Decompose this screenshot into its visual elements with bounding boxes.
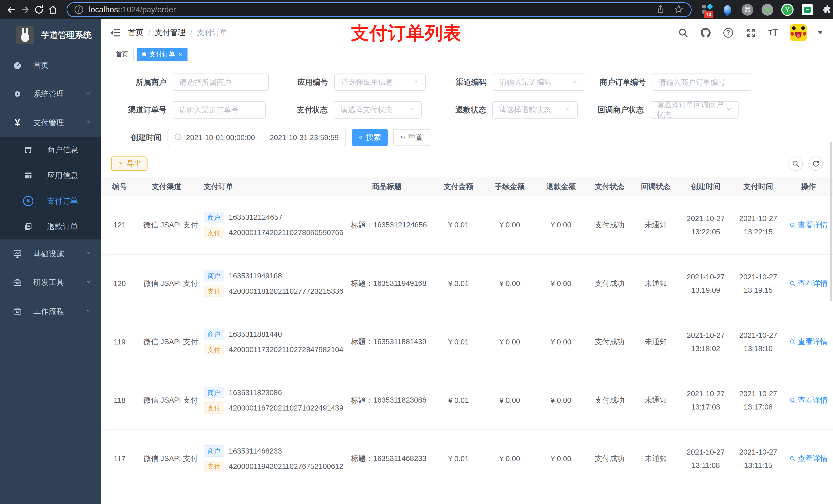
refund-status-label: 退款状态 (449, 105, 492, 115)
user-avatar[interactable] (790, 24, 807, 41)
fee-amount: ¥ 0.00 (484, 254, 536, 313)
back-icon[interactable] (6, 4, 16, 16)
pay-status: 支付成功 (587, 254, 633, 313)
reload-icon[interactable] (34, 4, 44, 16)
avatar-caret-icon[interactable] (818, 31, 823, 34)
pay-tag: 支付 (204, 402, 224, 414)
channel-code-select[interactable]: 请输入渠道编码 (493, 73, 585, 91)
font-size-icon[interactable]: TT (767, 27, 779, 39)
notify-status-select[interactable]: 请选择订单回调商户状态 (650, 101, 739, 119)
extension-devtools-icon[interactable]: 10 (701, 4, 714, 16)
merchant-order-no: 1635311823086 (229, 388, 282, 397)
extensions-puzzle-icon[interactable] (821, 4, 833, 16)
tab-home[interactable]: 首页 (110, 48, 134, 61)
view-detail-link[interactable]: 查看详情 (789, 279, 828, 289)
extension-badge: 10 (704, 11, 713, 18)
bookmark-star-icon[interactable] (674, 4, 684, 15)
home-icon[interactable] (48, 4, 58, 16)
toggle-search-button[interactable] (788, 157, 803, 171)
fee-amount: ¥ 0.00 (484, 371, 536, 430)
pay-status: 支付成功 (587, 430, 633, 488)
goods-title: 标题：1635312124656 (341, 196, 433, 254)
goods-title: 标题：1635311881439 (341, 313, 433, 371)
fee-amount: ¥ 0.00 (484, 313, 536, 371)
notify-status: 未通知 (633, 196, 679, 254)
merchant-input[interactable] (173, 73, 269, 91)
sidebar-item-system[interactable]: 系统管理 (0, 80, 101, 108)
orders-table: 编号 支付渠道 支付订单 商品标题 支付金额 手续金额 退款金额 支付状态 回调… (101, 177, 833, 504)
goods-title: 标题：1635311823086 (341, 371, 433, 430)
merchant-label: 所属商户 (129, 77, 173, 88)
pay-amount: ¥ 0.01 (433, 313, 484, 371)
chevron-down-icon (85, 90, 92, 98)
extension-balloon-icon[interactable] (721, 4, 734, 16)
sidebar-item-refund-order[interactable]: 退款订单 (0, 214, 101, 239)
pay-status-label: 支付状态 (290, 105, 334, 115)
app-logo (16, 26, 34, 44)
view-detail-link[interactable]: 查看详情 (789, 454, 828, 464)
notify-status: 未通知 (633, 254, 679, 313)
breadcrumb-home[interactable]: 首页 (128, 27, 143, 38)
channel-order-no-input[interactable] (173, 101, 266, 119)
store-icon (23, 145, 34, 154)
channel-order-no-label: 渠道订单号 (117, 105, 173, 115)
pay-tag: 支付 (204, 461, 224, 472)
sidebar-item-app-info[interactable]: 应用信息 (0, 163, 101, 188)
notify-status: 未通知 (633, 371, 679, 430)
app-logo-row[interactable]: 芋道管理系统 (0, 19, 101, 51)
merchant-order-no-input[interactable] (652, 73, 751, 91)
site-info-icon[interactable]: i (74, 5, 83, 14)
scrollbar-thumb[interactable] (830, 142, 832, 301)
extension-chat-icon[interactable] (801, 4, 813, 16)
help-icon[interactable]: ? (722, 27, 734, 39)
date-start: 2021-10-01 00:00:00 (186, 134, 255, 142)
chevron-down-icon (564, 106, 571, 114)
pay-status: 支付成功 (587, 371, 633, 430)
channel-pay-no: 4200001174202110278060590766 (229, 229, 343, 237)
yen-circle-icon: ¥ (23, 196, 34, 206)
refund-status-select[interactable]: 请选择退款状态 (492, 101, 578, 119)
extension-y-icon[interactable]: Y (781, 4, 793, 16)
search-button[interactable]: 搜索 (352, 129, 388, 146)
view-detail-link[interactable]: 查看详情 (789, 337, 828, 347)
notify-status: 未通知 (633, 430, 679, 488)
github-icon[interactable] (700, 27, 712, 39)
create-time-range-input[interactable]: 2021-10-01 00:00:00 - 2021-10-31 23:59:5… (168, 129, 346, 146)
sidebar-item-dev-tools[interactable]: 研发工具 (0, 268, 101, 297)
address-bar[interactable]: i localhost:1024/pay/order (67, 2, 692, 17)
chevron-down-icon (726, 106, 732, 114)
sidebar-item-merchant-info[interactable]: 商户信息 (0, 137, 101, 163)
search-icon[interactable] (677, 27, 689, 39)
tab-pay-order[interactable]: 支付订单 × (137, 48, 188, 61)
filter-form: 所属商户 应用编号 请选择应用信息 渠道编码 请输入渠道编码 (101, 62, 833, 146)
refund-amount: ¥ 0.00 (536, 371, 587, 430)
app-select[interactable]: 请选择应用信息 (334, 73, 426, 91)
view-detail-link[interactable]: 查看详情 (789, 220, 828, 230)
sidebar-item-payment[interactable]: ¥ 支付管理 (0, 108, 101, 137)
tab-close-icon[interactable]: × (178, 51, 182, 58)
pay-status-select[interactable]: 请选择支付状态 (334, 101, 422, 119)
merchant-tag: 商户 (204, 446, 224, 457)
sidebar-item-infrastructure[interactable]: 基础设施 (0, 239, 101, 268)
share-icon[interactable] (656, 5, 665, 15)
export-button[interactable]: 导出 (111, 157, 147, 171)
briefcase-icon (12, 307, 23, 316)
extension-dot-icon[interactable] (761, 4, 774, 16)
goods-title: 标题：1635311949168 (341, 254, 433, 313)
sidebar-item-pay-order[interactable]: ¥ 支付订单 (0, 188, 101, 214)
sidebar-fold-icon[interactable] (109, 26, 121, 39)
reset-button[interactable]: 重置 (393, 129, 430, 146)
refresh-button[interactable] (808, 157, 823, 171)
breadcrumb: 首页 / 支付管理 / 支付订单 (128, 27, 228, 38)
fee-amount: ¥ 0.00 (484, 196, 536, 254)
forward-icon[interactable] (20, 4, 30, 16)
fullscreen-icon[interactable] (745, 27, 757, 39)
view-detail-link[interactable]: 查看详情 (789, 395, 828, 405)
sidebar-item-workflow[interactable]: 工作流程 (0, 297, 101, 326)
sidebar-item-home[interactable]: 首页 (0, 51, 101, 80)
table-header-row: 编号 支付渠道 支付订单 商品标题 支付金额 手续金额 退款金额 支付状态 回调… (101, 177, 833, 196)
app-title: 芋道管理系统 (41, 29, 92, 41)
extension-command-icon[interactable]: ⌘ (741, 4, 754, 16)
breadcrumb-payment[interactable]: 支付管理 (155, 27, 186, 38)
refund-amount: ¥ 0.00 (536, 254, 587, 313)
